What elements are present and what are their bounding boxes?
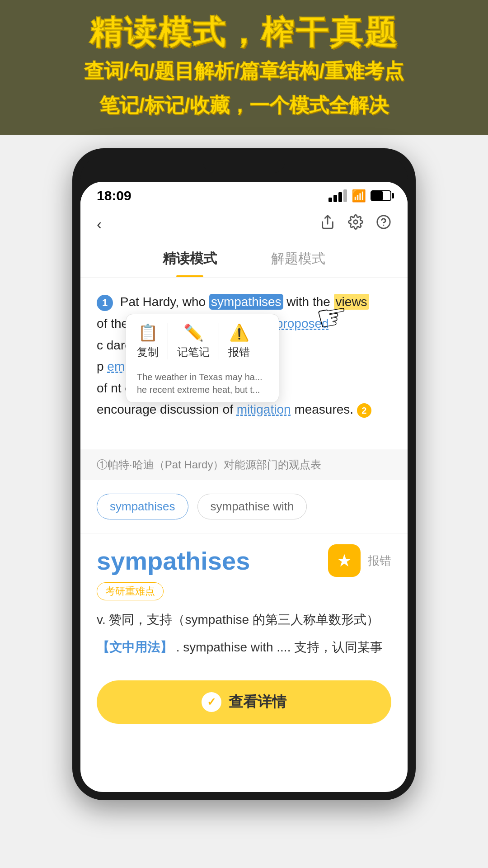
word-detail: sympathises ★ 报错 考研重难点 v. 赞同，支持（sympathi… [80, 533, 408, 670]
chip-sympathise-with[interactable]: sympathise with [197, 494, 307, 519]
status-bar: 18:09 📶 [80, 182, 408, 207]
tooltip-buttons: 📋 复制 ✏️ 记笔记 ⚠️ 报错 [137, 323, 268, 359]
report-icon: ⚠️ [229, 323, 249, 342]
phone-frame: 18:09 📶 ‹ [72, 148, 416, 800]
back-button[interactable]: ‹ [97, 215, 102, 233]
text-measures: measures. [294, 402, 353, 416]
tooltip-note-btn[interactable]: ✏️ 记笔记 [177, 323, 210, 359]
phone-screen: 18:09 📶 ‹ [80, 182, 408, 792]
battery-icon [371, 190, 391, 201]
text-c: c [97, 338, 103, 352]
note-icon: ✏️ [183, 323, 204, 342]
report-label: 报错 [228, 345, 250, 359]
text-p: p [97, 359, 104, 373]
word-actions: ★ 报错 [328, 544, 391, 577]
tab-reading[interactable]: 精读模式 [136, 242, 244, 277]
para-num2: 2 [357, 403, 371, 418]
phone-wrapper: 18:09 📶 ‹ [0, 135, 488, 800]
nav-icons [320, 214, 391, 233]
tooltip-report-btn[interactable]: ⚠️ 报错 [228, 323, 250, 359]
notch [203, 156, 285, 173]
copy-icon: 📋 [138, 323, 158, 342]
header-subtitle1: 查词/句/题目解析/篇章结构/重难考点 [9, 56, 479, 86]
text-encourage: encourage discussion of [97, 402, 237, 416]
bottom-bar: ✓ 查看详情 [80, 670, 408, 740]
tooltip-copy-btn[interactable]: 📋 复制 [137, 323, 159, 359]
word-usage: 【文中用法】 . sympathise with .... 支持，认同某事 [97, 636, 391, 659]
copy-label: 复制 [137, 345, 159, 359]
popup-tooltip: 📋 复制 ✏️ 记笔记 ⚠️ 报错 [126, 314, 279, 403]
phone-notch [80, 156, 408, 182]
star-button[interactable]: ★ [328, 544, 361, 577]
settings-icon[interactable] [348, 214, 363, 233]
chip-sympathises[interactable]: sympathises [97, 494, 188, 519]
translation-text: ①帕特·哈迪（Pat Hardy）对能源部门的观点表 [97, 458, 321, 471]
status-icons: 📶 [328, 189, 391, 203]
usage-text: . sympathise with .... 支持，认同某事 [176, 640, 383, 654]
star-icon: ★ [337, 551, 352, 571]
svg-point-1 [354, 220, 358, 224]
tab-solving[interactable]: 解题模式 [244, 242, 352, 277]
header-banner: 精读模式，榨干真题 查词/句/题目解析/篇章结构/重难考点 笔记/标记/收藏，一… [0, 0, 488, 135]
detail-btn-label: 查看详情 [229, 692, 286, 712]
detail-button[interactable]: ✓ 查看详情 [97, 680, 391, 724]
reading-area: ☞ 1 Pat Hardy, who sympathises with the … [80, 278, 408, 449]
top-nav: ‹ [80, 207, 408, 242]
word-main: sympathises [97, 546, 250, 576]
tooltip-divider1 [168, 323, 168, 359]
header-title: 精读模式，榨干真题 [9, 13, 479, 52]
help-icon[interactable] [376, 214, 391, 233]
badge-tag: 考研重难点 [97, 582, 164, 600]
wifi-icon: 📶 [352, 189, 366, 203]
word-chips: sympathises sympathise with [80, 480, 408, 533]
note-label: 记笔记 [177, 345, 210, 359]
usage-label: 【文中用法】 [97, 640, 173, 654]
translation-row: ①帕特·哈迪（Pat Hardy）对能源部门的观点表 [80, 449, 408, 480]
tabs-row: 精读模式 解题模式 [80, 242, 408, 278]
tooltip-preview: The weather in Texas may ha... he recent… [137, 366, 268, 396]
header-subtitle2: 笔记/标记/收藏，一个模式全解决 [9, 90, 479, 120]
tooltip-divider2 [219, 323, 219, 359]
signal-icon [328, 189, 347, 202]
text-of2: of [97, 381, 107, 395]
check-icon: ✓ [202, 692, 221, 712]
word-definition: v. 赞同，支持（sympathise 的第三人称单数形式） [97, 609, 391, 631]
status-time: 18:09 [97, 188, 131, 203]
highlight-sympathises[interactable]: sympathises [209, 294, 283, 310]
para-num: 1 [97, 295, 113, 311]
text-before: Pat Hardy, who [120, 295, 209, 309]
link-mitigation[interactable]: mitigation [237, 402, 291, 416]
report-button[interactable]: 报错 [368, 553, 391, 569]
word-title-row: sympathises ★ 报错 [97, 544, 391, 577]
share-icon[interactable] [320, 214, 335, 233]
